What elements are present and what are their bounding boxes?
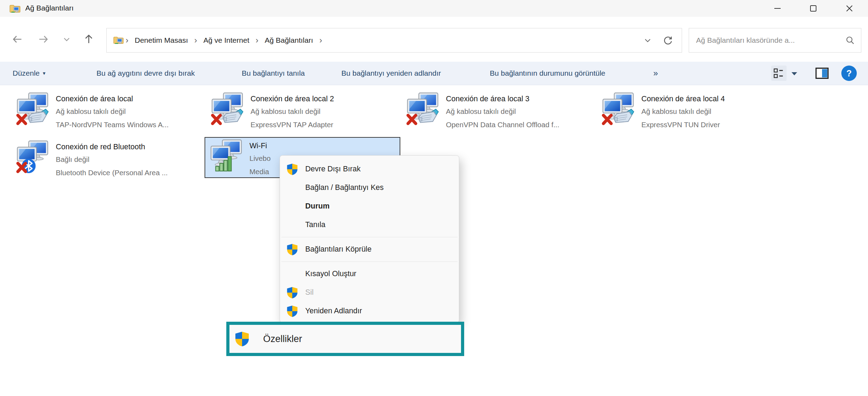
connection-device: Media xyxy=(249,165,271,178)
menu-item-devre-disi-birak[interactable]: Devre Dışı Bırak xyxy=(280,160,459,178)
breadcrumb-item-ag-ve-internet[interactable]: Ağ ve Internet xyxy=(203,36,249,45)
maximize-icon xyxy=(809,4,818,13)
uac-shield-icon xyxy=(286,244,298,255)
wifi-connected-icon xyxy=(209,139,242,172)
connection-device: Bluetooth Device (Personal Area ... xyxy=(56,166,168,179)
help-icon: ? xyxy=(846,68,852,78)
window-title: Ağ Bağlantıları xyxy=(25,4,74,12)
connection-item-local-3[interactable]: Conexión de área local 3 Ağ kablosu takı… xyxy=(406,92,600,131)
command-toolbar: Düzenle ▾ Bu ağ aygıtını devre dışı bıra… xyxy=(0,62,868,85)
search-box xyxy=(689,28,861,53)
breadcrumb-chevron: › xyxy=(194,35,197,45)
menu-item-kisayol-olustur[interactable]: Kısayol Oluştur xyxy=(280,265,459,283)
navigation-bar: › Denetim Masası › Ağ ve Internet › Ağ B… xyxy=(0,17,868,62)
ozellikler-highlight-box[interactable]: Özellikler xyxy=(226,322,464,356)
network-connections-window: { "window": { "title": "Ağ Bağlantıları"… xyxy=(0,0,868,396)
breadcrumb-item-ag-baglantilari[interactable]: Ağ Bağlantıları xyxy=(265,36,313,45)
connection-name: Conexión de área local 4 xyxy=(641,93,725,105)
breadcrumb-chevron: › xyxy=(126,35,128,45)
title-bar: Ağ Bağlantıları xyxy=(0,0,868,17)
preview-pane-button[interactable] xyxy=(815,66,829,80)
connection-status: Ağ kablosu takılı değil xyxy=(56,105,169,118)
connection-item-local-1[interactable]: Conexión de área local Ağ kablosu takılı… xyxy=(16,92,209,131)
list-view-icon xyxy=(773,67,785,80)
address-dropdown-icon[interactable] xyxy=(642,35,653,46)
menu-item-sil: Sil xyxy=(280,283,459,302)
maximize-button[interactable] xyxy=(802,0,825,17)
recent-locations-button[interactable] xyxy=(60,32,74,46)
dropdown-caret-icon: ▾ xyxy=(43,70,46,76)
menu-separator xyxy=(281,261,458,262)
connection-status: Bağlı değil xyxy=(56,153,168,166)
overflow-chevron-icon: » xyxy=(653,68,658,78)
diagnose-command[interactable]: Bu bağlantıyı tanıla xyxy=(242,62,305,85)
uac-shield-icon xyxy=(286,163,298,175)
connection-name: Conexión de red Bluetooth xyxy=(56,141,168,153)
address-bar[interactable]: › Denetim Masası › Ağ ve Internet › Ağ B… xyxy=(106,28,682,53)
edit-menu-label: Düzenle xyxy=(13,69,40,77)
up-button[interactable] xyxy=(82,32,96,46)
chevron-down-icon xyxy=(61,34,72,45)
uac-shield-icon xyxy=(286,287,298,299)
rename-command[interactable]: Bu bağlantıyı yeniden adlandır xyxy=(341,62,441,85)
window-folder-network-icon xyxy=(9,3,21,15)
toolbar-overflow-button[interactable]: » xyxy=(653,62,658,85)
connection-device: OpenVPN Data Channel Offload f... xyxy=(446,118,559,131)
minimize-icon xyxy=(773,4,782,13)
ethernet-disconnected-icon xyxy=(211,92,243,125)
breadcrumb-chevron: › xyxy=(255,35,258,45)
refresh-icon[interactable] xyxy=(662,34,674,46)
context-menu: Devre Dışı Bırak Bağlan / Bağlantıyı Kes… xyxy=(280,155,459,323)
ethernet-disconnected-icon xyxy=(406,92,439,125)
close-button[interactable] xyxy=(838,0,861,17)
connection-item-local-4[interactable]: Conexión de área local 4 Ağ kablosu takı… xyxy=(601,92,795,131)
minimize-button[interactable] xyxy=(766,0,789,17)
disable-device-command[interactable]: Bu ağ aygıtını devre dışı bırak xyxy=(96,62,195,85)
address-folder-icon xyxy=(113,35,124,46)
search-icon[interactable] xyxy=(845,35,855,46)
view-options-caret[interactable] xyxy=(790,70,799,77)
connection-device: TAP-NordVPN Teams Windows A... xyxy=(56,118,169,131)
uac-shield-icon xyxy=(234,331,250,347)
connection-name: Conexión de área local 2 xyxy=(251,93,334,105)
connection-device: ExpressVPN TUN Driver xyxy=(641,118,725,131)
edit-menu-button[interactable]: Düzenle ▾ xyxy=(13,62,46,85)
view-options-button[interactable] xyxy=(771,66,787,81)
back-button[interactable] xyxy=(11,32,25,46)
help-button[interactable]: ? xyxy=(841,66,857,81)
up-arrow-icon xyxy=(82,33,95,46)
uac-shield-icon xyxy=(286,305,298,317)
menu-item-ozellikler-label: Özellikler xyxy=(263,334,302,344)
connection-name: Conexión de área local 3 xyxy=(446,93,559,105)
connection-status: Ağ kablosu takılı değil xyxy=(251,105,334,118)
menu-item-durum[interactable]: Durum xyxy=(280,197,459,216)
menu-item-baglantilari-koprule[interactable]: Bağlantıları Köprüle xyxy=(280,240,459,259)
ethernet-disconnected-icon xyxy=(16,92,49,125)
ethernet-disconnected-icon xyxy=(601,92,634,125)
connection-item-local-2[interactable]: Conexión de área local 2 Ağ kablosu takı… xyxy=(211,92,404,131)
connection-status: Ağ kablosu takılı değil xyxy=(641,105,725,118)
menu-item-baglan-baglantiyi-kes[interactable]: Bağlan / Bağlantıyı Kes xyxy=(280,178,459,197)
bluetooth-disconnected-icon xyxy=(16,140,49,173)
forward-button[interactable] xyxy=(36,32,50,46)
connection-status: Livebo xyxy=(249,152,271,165)
connection-status: Ağ kablosu takılı değil xyxy=(446,105,559,118)
menu-separator xyxy=(281,237,458,237)
connection-device: ExpressVPN TAP Adapter xyxy=(251,118,334,131)
connection-name: Conexión de área local xyxy=(56,93,169,105)
breadcrumb-chevron: › xyxy=(319,35,322,45)
close-icon xyxy=(845,4,854,13)
back-arrow-icon xyxy=(11,33,24,46)
menu-item-tanila[interactable]: Tanıla xyxy=(280,216,459,234)
preview-pane-icon xyxy=(815,66,829,80)
breadcrumb-item-denetim-masasi[interactable]: Denetim Masası xyxy=(135,36,188,45)
menu-item-yeniden-adlandir[interactable]: Yeniden Adlandır xyxy=(280,302,459,320)
connection-item-bluetooth[interactable]: Conexión de red Bluetooth Bağlı değil Bl… xyxy=(16,140,209,179)
caret-down-icon xyxy=(790,70,799,77)
connection-name: Wi-Fi xyxy=(249,140,271,152)
forward-arrow-icon xyxy=(36,33,50,46)
view-status-command[interactable]: Bu bağlantının durumunu görüntüle xyxy=(490,62,605,85)
search-input[interactable] xyxy=(689,36,845,45)
